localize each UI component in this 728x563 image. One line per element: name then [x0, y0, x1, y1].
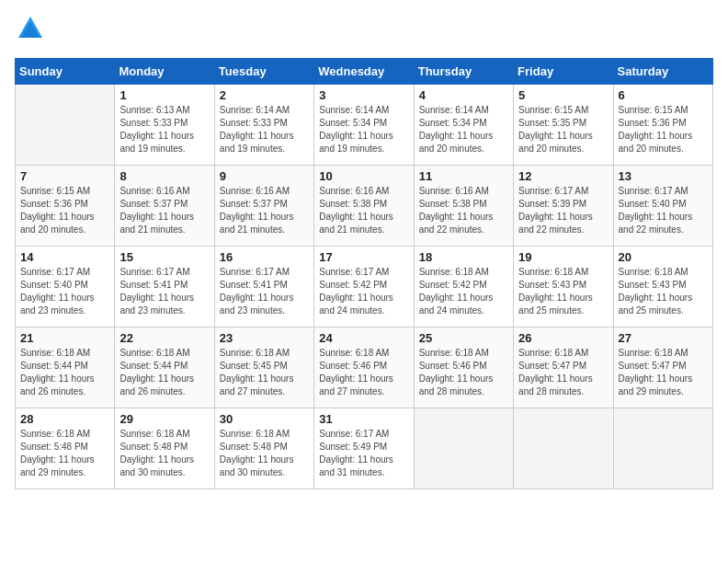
day-number: 20: [619, 250, 708, 264]
calendar-cell: 28Sunrise: 6:18 AMSunset: 5:48 PMDayligh…: [16, 408, 115, 489]
calendar-cell: 19Sunrise: 6:18 AMSunset: 5:43 PMDayligh…: [514, 247, 613, 327]
day-info: Sunrise: 6:18 AMSunset: 5:45 PMDaylight:…: [220, 347, 309, 398]
day-number: 5: [518, 88, 608, 102]
day-number: 12: [518, 169, 608, 183]
calendar-cell: 3Sunrise: 6:14 AMSunset: 5:34 PMDaylight…: [314, 85, 414, 166]
day-info: Sunrise: 6:16 AMSunset: 5:37 PMDaylight:…: [220, 185, 309, 236]
day-number: 2: [220, 88, 309, 102]
day-info: Sunrise: 6:18 AMSunset: 5:43 PMDaylight:…: [619, 266, 708, 317]
day-number: 4: [419, 88, 508, 102]
calendar-cell: 8Sunrise: 6:16 AMSunset: 5:37 PMDaylight…: [115, 166, 214, 247]
day-info: Sunrise: 6:18 AMSunset: 5:43 PMDaylight:…: [518, 266, 608, 317]
day-number: 15: [119, 250, 209, 264]
calendar-cell: 22Sunrise: 6:18 AMSunset: 5:44 PMDayligh…: [115, 327, 214, 408]
calendar-cell: 26Sunrise: 6:18 AMSunset: 5:47 PMDayligh…: [514, 327, 613, 408]
day-info: Sunrise: 6:18 AMSunset: 5:42 PMDaylight:…: [419, 266, 508, 317]
calendar-week-row: 21Sunrise: 6:18 AMSunset: 5:44 PMDayligh…: [16, 327, 713, 408]
day-info: Sunrise: 6:18 AMSunset: 5:48 PMDaylight:…: [20, 428, 109, 479]
calendar-cell: [414, 408, 513, 489]
calendar-cell: 9Sunrise: 6:16 AMSunset: 5:37 PMDaylight…: [214, 166, 313, 247]
day-number: 24: [319, 331, 408, 345]
day-number: 28: [20, 412, 109, 426]
day-number: 7: [20, 169, 109, 183]
day-number: 14: [20, 250, 109, 264]
day-info: Sunrise: 6:16 AMSunset: 5:38 PMDaylight:…: [419, 185, 508, 236]
day-info: Sunrise: 6:14 AMSunset: 5:33 PMDaylight:…: [220, 104, 309, 155]
day-number: 22: [119, 331, 209, 345]
calendar-cell: [16, 85, 115, 166]
calendar-cell: 30Sunrise: 6:18 AMSunset: 5:48 PMDayligh…: [214, 408, 313, 489]
weekday-header-row: SundayMondayTuesdayWednesdayThursdayFrid…: [16, 59, 713, 85]
calendar-cell: 23Sunrise: 6:18 AMSunset: 5:45 PMDayligh…: [214, 327, 313, 408]
calendar-cell: 27Sunrise: 6:18 AMSunset: 5:47 PMDayligh…: [613, 327, 712, 408]
calendar-cell: 16Sunrise: 6:17 AMSunset: 5:41 PMDayligh…: [214, 247, 313, 327]
day-number: 19: [518, 250, 608, 264]
calendar-cell: 13Sunrise: 6:17 AMSunset: 5:40 PMDayligh…: [613, 166, 712, 247]
day-info: Sunrise: 6:14 AMSunset: 5:34 PMDaylight:…: [319, 104, 408, 155]
day-number: 11: [419, 169, 508, 183]
calendar-cell: 7Sunrise: 6:15 AMSunset: 5:36 PMDaylight…: [16, 166, 115, 247]
day-info: Sunrise: 6:18 AMSunset: 5:47 PMDaylight:…: [518, 347, 608, 398]
day-number: 3: [319, 88, 408, 102]
day-number: 10: [319, 169, 408, 183]
day-number: 9: [220, 169, 309, 183]
day-info: Sunrise: 6:18 AMSunset: 5:48 PMDaylight:…: [220, 428, 309, 479]
calendar-cell: 4Sunrise: 6:14 AMSunset: 5:34 PMDaylight…: [414, 85, 513, 166]
calendar-cell: 5Sunrise: 6:15 AMSunset: 5:35 PMDaylight…: [514, 85, 613, 166]
calendar-cell: 20Sunrise: 6:18 AMSunset: 5:43 PMDayligh…: [613, 247, 712, 327]
calendar-cell: [514, 408, 613, 489]
weekday-header-sunday: Sunday: [16, 59, 115, 85]
logo-text: [15, 15, 44, 47]
calendar-cell: 17Sunrise: 6:17 AMSunset: 5:42 PMDayligh…: [314, 247, 414, 327]
day-info: Sunrise: 6:17 AMSunset: 5:40 PMDaylight:…: [619, 185, 708, 236]
day-number: 29: [119, 412, 209, 426]
day-info: Sunrise: 6:18 AMSunset: 5:48 PMDaylight:…: [119, 428, 209, 479]
day-info: Sunrise: 6:17 AMSunset: 5:40 PMDaylight:…: [20, 266, 109, 317]
day-info: Sunrise: 6:13 AMSunset: 5:33 PMDaylight:…: [119, 104, 209, 155]
day-number: 8: [119, 169, 209, 183]
weekday-header-tuesday: Tuesday: [214, 59, 313, 85]
day-info: Sunrise: 6:17 AMSunset: 5:41 PMDaylight:…: [220, 266, 309, 317]
day-info: Sunrise: 6:16 AMSunset: 5:38 PMDaylight:…: [319, 185, 408, 236]
calendar-week-row: 28Sunrise: 6:18 AMSunset: 5:48 PMDayligh…: [16, 408, 713, 489]
day-info: Sunrise: 6:18 AMSunset: 5:46 PMDaylight:…: [319, 347, 408, 398]
calendar-week-row: 1Sunrise: 6:13 AMSunset: 5:33 PMDaylight…: [16, 85, 713, 166]
page-header: [15, 15, 713, 47]
day-info: Sunrise: 6:15 AMSunset: 5:36 PMDaylight:…: [20, 185, 109, 236]
weekday-header-saturday: Saturday: [613, 59, 712, 85]
day-number: 21: [20, 331, 109, 345]
weekday-header-wednesday: Wednesday: [314, 59, 414, 85]
day-number: 1: [119, 88, 209, 102]
calendar-cell: 21Sunrise: 6:18 AMSunset: 5:44 PMDayligh…: [16, 327, 115, 408]
calendar-cell: 14Sunrise: 6:17 AMSunset: 5:40 PMDayligh…: [16, 247, 115, 327]
day-number: 30: [220, 412, 309, 426]
logo-icon: [17, 15, 44, 42]
day-number: 25: [419, 331, 508, 345]
day-number: 18: [419, 250, 508, 264]
day-info: Sunrise: 6:16 AMSunset: 5:37 PMDaylight:…: [119, 185, 209, 236]
weekday-header-monday: Monday: [115, 59, 214, 85]
day-number: 16: [220, 250, 309, 264]
day-number: 31: [319, 412, 408, 426]
day-number: 17: [319, 250, 408, 264]
calendar-cell: 12Sunrise: 6:17 AMSunset: 5:39 PMDayligh…: [514, 166, 613, 247]
calendar-week-row: 14Sunrise: 6:17 AMSunset: 5:40 PMDayligh…: [16, 247, 713, 327]
weekday-header-friday: Friday: [514, 59, 613, 85]
day-info: Sunrise: 6:17 AMSunset: 5:42 PMDaylight:…: [319, 266, 408, 317]
calendar-cell: 10Sunrise: 6:16 AMSunset: 5:38 PMDayligh…: [314, 166, 414, 247]
day-info: Sunrise: 6:15 AMSunset: 5:36 PMDaylight:…: [619, 104, 708, 155]
calendar-cell: 24Sunrise: 6:18 AMSunset: 5:46 PMDayligh…: [314, 327, 414, 408]
calendar-cell: [613, 408, 712, 489]
calendar-cell: 1Sunrise: 6:13 AMSunset: 5:33 PMDaylight…: [115, 85, 214, 166]
day-info: Sunrise: 6:18 AMSunset: 5:47 PMDaylight:…: [619, 347, 708, 398]
day-number: 26: [518, 331, 608, 345]
day-number: 23: [220, 331, 309, 345]
calendar-cell: 29Sunrise: 6:18 AMSunset: 5:48 PMDayligh…: [115, 408, 214, 489]
calendar-table: SundayMondayTuesdayWednesdayThursdayFrid…: [15, 58, 713, 489]
day-info: Sunrise: 6:17 AMSunset: 5:41 PMDaylight:…: [119, 266, 209, 317]
day-info: Sunrise: 6:18 AMSunset: 5:44 PMDaylight:…: [119, 347, 209, 398]
day-info: Sunrise: 6:15 AMSunset: 5:35 PMDaylight:…: [518, 104, 608, 155]
day-info: Sunrise: 6:18 AMSunset: 5:46 PMDaylight:…: [419, 347, 508, 398]
calendar-cell: 2Sunrise: 6:14 AMSunset: 5:33 PMDaylight…: [214, 85, 313, 166]
day-number: 6: [619, 88, 708, 102]
